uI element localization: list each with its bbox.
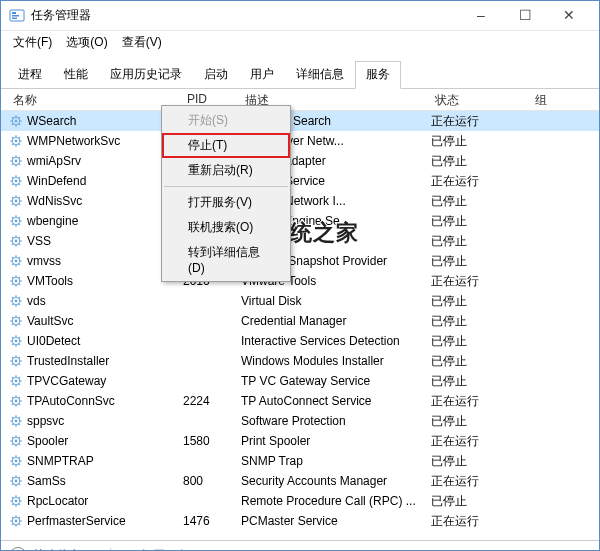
svg-line-200 — [12, 497, 13, 498]
gear-icon — [9, 434, 23, 448]
service-row[interactable]: Spooler1580Print Spooler正在运行 — [1, 431, 599, 451]
svg-line-91 — [19, 284, 20, 285]
service-row[interactable]: UI0DetectInteractive Services Detection已… — [1, 331, 599, 351]
service-row[interactable]: VMTools2016VMware Tools正在运行 — [1, 271, 599, 291]
ctx-go-to-details[interactable]: 转到详细信息(D) — [162, 240, 290, 279]
tab-应用历史记录[interactable]: 应用历史记录 — [99, 61, 193, 88]
gear-icon — [9, 414, 23, 428]
service-row[interactable]: WMPNetworkSvcledia Player Netw...已停止 — [1, 131, 599, 151]
svg-line-72 — [19, 237, 20, 238]
svg-point-45 — [15, 200, 18, 203]
tab-性能[interactable]: 性能 — [53, 61, 99, 88]
svg-line-100 — [12, 297, 13, 298]
cell-status: 已停止 — [431, 133, 531, 150]
svg-point-175 — [15, 460, 18, 463]
svg-point-75 — [15, 260, 18, 263]
cell-name: TPAutoConnSvc — [27, 394, 183, 408]
svg-point-155 — [15, 420, 18, 423]
cell-status: 正在运行 — [431, 393, 531, 410]
app-icon — [9, 8, 25, 24]
svg-line-31 — [19, 164, 20, 165]
cell-desc: Print Spooler — [241, 434, 431, 448]
menu-file[interactable]: 文件(F) — [7, 32, 58, 53]
service-row[interactable]: SamSs800Security Accounts Manager正在运行 — [1, 471, 599, 491]
maximize-button[interactable]: ☐ — [503, 2, 547, 30]
cell-status: 已停止 — [431, 333, 531, 350]
service-row[interactable]: TPAutoConnSvc2224TP AutoConnect Service正… — [1, 391, 599, 411]
cell-desc: Security Accounts Manager — [241, 474, 431, 488]
service-row[interactable]: sppsvcSoftware Protection已停止 — [1, 411, 599, 431]
ctx-stop[interactable]: 停止(T) — [162, 133, 290, 158]
svg-line-101 — [19, 304, 20, 305]
svg-line-51 — [19, 204, 20, 205]
cell-name: VMTools — [27, 274, 183, 288]
service-row[interactable]: wmiApSrvrmance Adapter已停止 — [1, 151, 599, 171]
svg-line-203 — [12, 504, 13, 505]
brief-info-link[interactable]: 简略信息(D) — [33, 547, 98, 551]
open-services-link[interactable]: 打开服务 — [123, 547, 189, 551]
svg-line-113 — [12, 324, 13, 325]
minimize-button[interactable]: – — [459, 2, 503, 30]
service-row[interactable]: WSearch3904Windows Search正在运行 — [1, 111, 599, 131]
svg-line-112 — [19, 317, 20, 318]
collapse-button[interactable]: ⌄ — [9, 547, 27, 552]
svg-line-32 — [19, 157, 20, 158]
service-row[interactable]: TPVCGatewayTP VC Gateway Service已停止 — [1, 371, 599, 391]
svg-point-195 — [15, 500, 18, 503]
service-row[interactable]: RpcLocatorRemote Procedure Call (RPC) ..… — [1, 491, 599, 511]
menu-view[interactable]: 查看(V) — [116, 32, 168, 53]
cell-status: 正在运行 — [431, 273, 531, 290]
service-row[interactable]: VaultSvcCredential Manager已停止 — [1, 311, 599, 331]
svg-line-13 — [12, 124, 13, 125]
svg-line-152 — [19, 397, 20, 398]
content-area: 名称 PID 描述 状态 组 WSearch3904Windows Search… — [1, 89, 599, 540]
gear-icon — [9, 254, 23, 268]
service-row[interactable]: WinDefendefender Service正在运行 — [1, 171, 599, 191]
svg-line-20 — [12, 137, 13, 138]
tab-详细信息[interactable]: 详细信息 — [285, 61, 355, 88]
svg-line-140 — [12, 377, 13, 378]
svg-point-15 — [15, 140, 18, 143]
service-list[interactable]: WSearch3904Windows Search正在运行WMPNetworkS… — [1, 111, 599, 531]
col-group[interactable]: 组 — [531, 89, 587, 110]
service-row[interactable]: vdsVirtual Disk已停止 — [1, 291, 599, 311]
menu-options[interactable]: 选项(O) — [60, 32, 113, 53]
cell-name: WinDefend — [27, 174, 183, 188]
service-row[interactable]: SNMPTRAPSNMP Trap已停止 — [1, 451, 599, 471]
service-row[interactable]: VSSy已停止 — [1, 231, 599, 251]
svg-line-93 — [12, 284, 13, 285]
tab-服务[interactable]: 服务 — [355, 61, 401, 89]
cell-name: WdNisSvc — [27, 194, 183, 208]
svg-line-103 — [12, 304, 13, 305]
cell-status: 已停止 — [431, 293, 531, 310]
svg-line-10 — [12, 117, 13, 118]
col-status[interactable]: 状态 — [431, 89, 531, 110]
svg-line-131 — [19, 364, 20, 365]
ctx-open-services[interactable]: 打开服务(V) — [162, 190, 290, 215]
tab-启动[interactable]: 启动 — [193, 61, 239, 88]
svg-line-161 — [19, 424, 20, 425]
ctx-start[interactable]: 开始(S) — [162, 108, 290, 133]
service-row[interactable]: WdNisSvcefender Network I...已停止 — [1, 191, 599, 211]
col-name[interactable]: 名称 — [9, 89, 183, 110]
tab-用户[interactable]: 用户 — [239, 61, 285, 88]
cell-name: WSearch — [27, 114, 183, 128]
service-row[interactable]: PerfmasterService1476PCMaster Service正在运… — [1, 511, 599, 531]
cell-name: WMPNetworkSvc — [27, 134, 183, 148]
svg-point-5 — [15, 120, 18, 123]
ctx-restart[interactable]: 重新启动(R) — [162, 158, 290, 183]
svg-line-171 — [19, 444, 20, 445]
cell-status: 已停止 — [431, 253, 531, 270]
service-row[interactable]: wbengineBackup Engine Se...已停止 — [1, 211, 599, 231]
service-row[interactable]: vmvssVMware Snapshot Provider已停止 — [1, 251, 599, 271]
service-row[interactable]: TrustedInstallerWindows Modules Installe… — [1, 351, 599, 371]
cell-pid: 1476 — [183, 514, 241, 528]
cell-name: wbengine — [27, 214, 183, 228]
close-button[interactable]: ✕ — [547, 2, 591, 30]
svg-line-30 — [12, 157, 13, 158]
svg-point-125 — [15, 360, 18, 363]
tab-进程[interactable]: 进程 — [7, 61, 53, 88]
ctx-search-online[interactable]: 联机搜索(O) — [162, 215, 290, 240]
tab-strip: 进程性能应用历史记录启动用户详细信息服务 — [1, 57, 599, 89]
cell-status: 已停止 — [431, 193, 531, 210]
